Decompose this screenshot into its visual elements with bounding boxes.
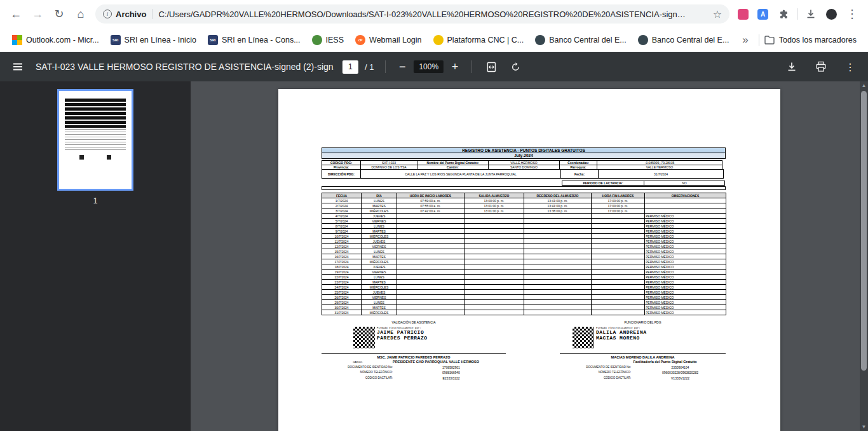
- bookmark-item[interactable]: Banco Central del E...: [529, 32, 632, 48]
- attendance-row: 15/7/2024LUNESPERMISO MÉDICO: [322, 249, 726, 254]
- funcionario-section-label: FUNCIONARIO DEL PDG: [560, 320, 726, 324]
- bookmark-item[interactable]: IESS: [306, 32, 350, 48]
- scroll-up-arrow[interactable]: ▲: [860, 81, 868, 90]
- fit-page-button[interactable]: [481, 57, 501, 77]
- attendance-cell: [465, 300, 524, 305]
- attendance-cell: [465, 229, 524, 234]
- attendance-cell: PERMISO MÉDICO: [645, 270, 726, 275]
- download-button[interactable]: [782, 57, 802, 77]
- extension-a-icon[interactable]: [738, 9, 749, 20]
- attendance-cell: [465, 310, 524, 315]
- address-url[interactable]: C:/Users/GADPR%20VALLE%20HERMOSO/Downloa…: [158, 10, 707, 19]
- downloads-button[interactable]: [800, 3, 822, 25]
- address-bar[interactable]: i Archivo C:/Users/GADPR%20VALLE%20HERMO…: [95, 4, 729, 24]
- attendance-cell: LUNES: [362, 249, 397, 254]
- attendance-cell: LUNES: [362, 300, 397, 305]
- zoom-in-button[interactable]: +: [447, 60, 463, 74]
- home-button[interactable]: ⌂: [70, 3, 92, 25]
- signature-field: DOCUMENTO DE IDENTIDAD No:2350904104: [560, 366, 726, 369]
- page-thumbnail[interactable]: [57, 89, 133, 191]
- fecha-value: 31/7/2024: [598, 169, 724, 179]
- reload-button[interactable]: ↻: [48, 3, 70, 25]
- attendance-cell: 4/7/2024: [322, 214, 362, 219]
- attendance-cell: PERMISO MÉDICO: [645, 275, 726, 280]
- attendance-cell: PERMISO MÉDICO: [645, 259, 726, 264]
- attendance-cell: [465, 259, 524, 264]
- signatures-section: VALIDACIÓN DE ASISTENCIA FUNCIONARIO DEL…: [322, 320, 726, 416]
- attendance-row: 22/7/2024LUNESPERMISO MÉDICO: [322, 275, 726, 280]
- attendance-cell: MARTES: [362, 203, 397, 209]
- bookmark-label: Plataforma CNC | C...: [447, 36, 524, 44]
- scroll-down-arrow[interactable]: ▼: [860, 423, 868, 431]
- attendance-cell: 13:41:00 p. m.: [524, 203, 592, 209]
- back-icon: ←: [10, 8, 22, 21]
- rotate-button[interactable]: [505, 57, 526, 77]
- signature-line: [560, 353, 726, 354]
- zoom-out-button[interactable]: −: [395, 60, 410, 74]
- attendance-cell: [397, 249, 465, 254]
- pdf-toolbar: SAT-I-023 VALLE HERMOSO REGISTRO DE ASIS…: [0, 52, 868, 81]
- attendance-cell: [592, 270, 645, 275]
- bookmark-label: IESS: [326, 36, 344, 44]
- bookmark-star-icon[interactable]: ☆: [713, 8, 722, 20]
- qr-code: [573, 327, 594, 348]
- pdf-page-controls: 1 / 1 − 100% +: [342, 57, 526, 77]
- file-info-icon[interactable]: i: [103, 10, 112, 18]
- attendance-cell: [524, 259, 592, 264]
- all-bookmarks-button[interactable]: Todos los marcadores: [764, 36, 862, 44]
- forward-button[interactable]: →: [27, 3, 48, 25]
- extension-b-icon[interactable]: [826, 9, 837, 20]
- bookmark-item[interactable]: Banco Central del E...: [632, 32, 735, 48]
- cpanel-favicon: cP: [355, 35, 365, 45]
- bookmark-item[interactable]: cPWebmail Login: [349, 32, 427, 48]
- attendance-cell: [465, 254, 524, 259]
- home-icon: ⌂: [78, 8, 85, 21]
- attendance-cell: [397, 224, 465, 229]
- attendance-cell: 29/7/2024: [322, 300, 362, 305]
- bookmark-item[interactable]: Outlook.com - Micr...: [6, 32, 105, 48]
- toolbar-divider: [797, 8, 797, 20]
- signature-field: CÓDIGO DACTILAR:V1333V1222: [560, 376, 726, 380]
- back-button[interactable]: ←: [5, 3, 27, 25]
- attendance-row: 3/7/2024MIÉRCOLES07:42:00 a. m.13:01:00 …: [322, 209, 726, 214]
- attendance-cell: [465, 285, 524, 290]
- bookmark-item[interactable]: Plataforma CNC | C...: [428, 32, 530, 48]
- attendance-cell: [524, 280, 592, 285]
- bookmark-item[interactable]: SRiSRI en Línea - Inicio: [105, 32, 202, 48]
- attendance-cell: [465, 290, 524, 295]
- browser-menu-button[interactable]: ⋮: [841, 3, 863, 25]
- attendance-cell: PERMISO MÉDICO: [645, 285, 726, 290]
- iess-favicon: [312, 35, 322, 45]
- cnc-favicon: [433, 35, 444, 45]
- attendance-cell: [397, 264, 465, 270]
- pdf-toolbar-actions: ⋮: [782, 57, 860, 77]
- attendance-cell: [592, 285, 645, 290]
- attendance-cell: 10/7/2024: [322, 234, 362, 239]
- folder-icon: [764, 36, 775, 44]
- print-button[interactable]: [811, 57, 831, 77]
- scrollbar[interactable]: ▲ ▼: [860, 81, 868, 431]
- attendance-cell: JUEVES: [362, 214, 397, 219]
- attendance-cell: PERMISO MÉDICO: [645, 219, 726, 224]
- attendance-cell: [592, 234, 645, 239]
- page-number-input[interactable]: 1: [342, 60, 358, 74]
- attendance-cell: PERMISO MÉDICO: [645, 290, 726, 295]
- page-count-label: / 1: [365, 62, 374, 72]
- validation-section-label: VALIDACIÓN DE ASISTENCIA: [322, 320, 506, 324]
- attendance-row: 31/7/2024MIÉRCOLESPERMISO MÉDICO: [322, 310, 726, 315]
- scrollbar-thumb[interactable]: [861, 91, 867, 371]
- attendance-row: 10/7/2024MIÉRCOLESPERMISO MÉDICO: [322, 234, 726, 239]
- pdf-menu-button[interactable]: [8, 57, 28, 77]
- translate-extension-icon[interactable]: A: [757, 9, 768, 20]
- zoom-level[interactable]: 100%: [414, 60, 444, 73]
- attendance-row: 9/7/2024MARTESPERMISO MÉDICO: [322, 229, 726, 234]
- attendance-cell: 19/7/2024: [322, 270, 362, 275]
- pdf-more-button[interactable]: ⋮: [840, 57, 860, 77]
- attendance-cell: 07:55:00 a. m.: [397, 203, 465, 209]
- extensions-puzzle-button[interactable]: [773, 3, 794, 25]
- attendance-column-header: FECHA: [322, 193, 362, 198]
- bookmarks-divider: [759, 34, 759, 46]
- bookmarks-overflow-chevron[interactable]: »: [737, 34, 753, 46]
- attendance-cell: [524, 254, 592, 259]
- bookmark-item[interactable]: SRiSRI en Línea - Cons...: [202, 32, 306, 48]
